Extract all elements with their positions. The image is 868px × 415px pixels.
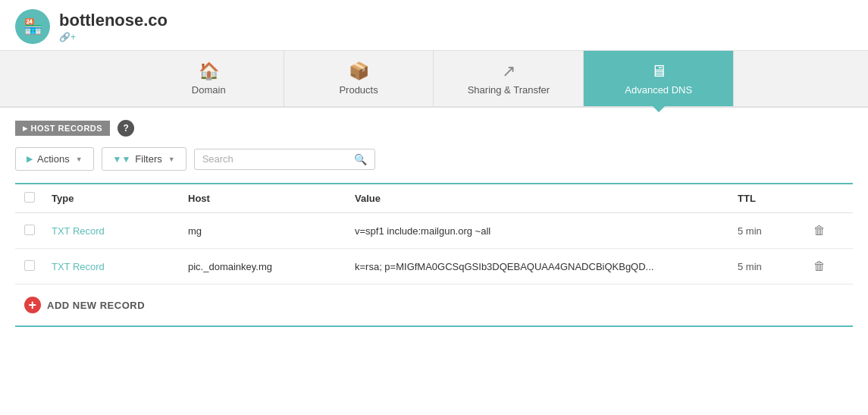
share-icon: ↗	[502, 61, 515, 81]
header-host: Host	[188, 193, 355, 204]
search-icon[interactable]: 🔍	[354, 153, 367, 165]
tab-bar: 🏠 Domain 📦 Products ↗ Sharing & Transfer…	[0, 51, 868, 108]
tab-advanced-dns[interactable]: 🖥 Advanced DNS	[584, 51, 734, 106]
logo: 🏪	[15, 9, 50, 44]
select-all-checkbox[interactable]	[24, 192, 35, 203]
row2-check	[24, 260, 52, 273]
home-icon: 🏠	[199, 61, 219, 81]
domain-title: bottlenose.co	[59, 11, 168, 30]
caret-down-icon2: ▼	[168, 156, 175, 163]
row2-ttl: 5 min	[738, 261, 813, 272]
tab-empty-space	[0, 51, 134, 106]
play-icon: ▶	[27, 154, 33, 164]
row1-type-link[interactable]: TXT Record	[52, 225, 105, 237]
search-box[interactable]: 🔍	[194, 149, 375, 170]
tab-advanced-dns-label: Advanced DNS	[625, 84, 692, 96]
add-new-record-label: ADD NEW RECORD	[47, 300, 145, 311]
caret-down-icon: ▼	[76, 156, 83, 163]
header-type: Type	[52, 193, 188, 204]
row1-value: v=spf1 include:mailgun.org ~all	[355, 225, 738, 237]
host-records-badge: HOST RECORDS	[15, 121, 110, 136]
tab-products[interactable]: 📦 Products	[284, 51, 434, 106]
host-records-label: HOST RECORDS	[31, 124, 103, 133]
table-row: TXT Record pic._domainkey.mg k=rsa; p=MI…	[15, 249, 853, 285]
store-icon: 🏪	[24, 17, 42, 36]
question-icon: ?	[123, 123, 128, 134]
help-button[interactable]: ?	[118, 120, 134, 137]
tab-products-label: Products	[339, 84, 378, 96]
row2-delete[interactable]: 🗑	[813, 259, 844, 273]
header-value: Value	[355, 193, 738, 204]
dns-icon: 🖥	[650, 61, 667, 81]
tab-domain-label: Domain	[192, 84, 226, 96]
plus-circle-icon: +	[24, 297, 41, 313]
records-table: Type Host Value TTL TXT Record mg v=spf1…	[15, 183, 853, 325]
actions-button[interactable]: ▶ Actions ▼	[15, 147, 94, 171]
trash-icon[interactable]: 🗑	[813, 224, 826, 237]
header-ttl: TTL	[738, 193, 813, 204]
row1-type: TXT Record	[52, 225, 188, 237]
table-row: TXT Record mg v=spf1 include:mailgun.org…	[15, 213, 853, 249]
add-record-row: + ADD NEW RECORD	[15, 285, 853, 325]
row2-type: TXT Record	[52, 261, 188, 272]
filters-button[interactable]: ▼▼ Filters ▼	[102, 147, 186, 171]
tab-domain[interactable]: 🏠 Domain	[134, 51, 284, 106]
header-info: bottlenose.co 🔗+	[59, 11, 168, 42]
row1-checkbox[interactable]	[24, 225, 35, 235]
header-check	[24, 192, 52, 205]
row1-delete[interactable]: 🗑	[813, 224, 844, 237]
header: 🏪 bottlenose.co 🔗+	[0, 0, 868, 51]
section-header: HOST RECORDS ?	[15, 120, 853, 137]
row2-type-link[interactable]: TXT Record	[52, 261, 105, 272]
tab-empty-right	[734, 51, 868, 106]
toolbar: ▶ Actions ▼ ▼▼ Filters ▼ 🔍	[15, 147, 853, 171]
plus-icon: 🔗+	[59, 32, 76, 42]
search-input[interactable]	[202, 153, 354, 165]
add-domain-link[interactable]: 🔗+	[59, 32, 168, 42]
row2-host: pic._domainkey.mg	[188, 261, 355, 272]
row1-check	[24, 225, 52, 237]
actions-label: Actions	[37, 153, 70, 165]
filters-label: Filters	[135, 153, 161, 165]
row1-ttl: 5 min	[738, 225, 813, 237]
row2-value: k=rsa; p=MIGfMA0GCSqGSIb3DQEBAQUAA4GNADC…	[355, 261, 738, 272]
tab-sharing[interactable]: ↗ Sharing & Transfer	[434, 51, 584, 106]
row2-checkbox[interactable]	[24, 260, 35, 271]
trash-icon2[interactable]: 🗑	[813, 259, 826, 272]
row1-host: mg	[188, 225, 355, 237]
table-header-row: Type Host Value TTL	[15, 184, 853, 213]
add-new-record-button[interactable]: + ADD NEW RECORD	[24, 297, 145, 313]
main-section: HOST RECORDS ? ▶ Actions ▼ ▼▼ Filters ▼ …	[0, 108, 868, 327]
bottom-divider	[15, 325, 853, 327]
tab-sharing-label: Sharing & Transfer	[468, 84, 550, 96]
filter-icon: ▼▼	[113, 154, 131, 165]
box-icon: 📦	[349, 61, 369, 81]
